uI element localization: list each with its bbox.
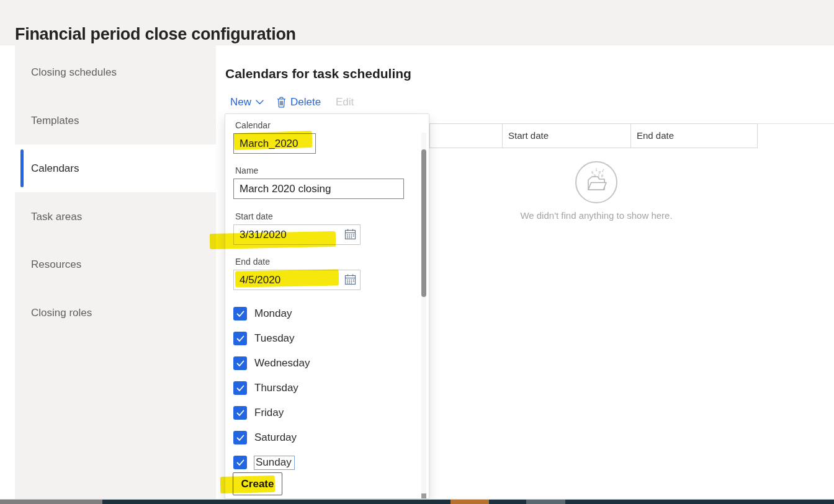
weekday-row-monday: Monday <box>233 301 292 326</box>
flyout-scrollbar-nub <box>421 493 426 498</box>
monday-label: Monday <box>254 307 292 320</box>
create-button[interactable]: Create <box>233 472 282 495</box>
sidebar-item-label: Task areas <box>31 211 82 223</box>
new-calendar-flyout: Calendar March_2020 Name March 2020 clos… <box>225 113 429 499</box>
sidebar-item-label: Closing roles <box>31 307 92 319</box>
end-date-value: 4/5/2020 <box>240 274 280 286</box>
weekday-row-wednesday: Wednesday <box>233 351 310 376</box>
weekday-row-thursday: Thursday <box>233 376 298 400</box>
grid-column-start-date[interactable]: Start date <box>502 124 630 148</box>
saturday-checkbox[interactable] <box>233 431 247 444</box>
thursday-checkbox[interactable] <box>233 381 247 395</box>
chevron-down-icon <box>256 100 264 105</box>
sunday-checkbox[interactable] <box>233 456 247 469</box>
sidebar-item-calendars[interactable]: Calendars <box>15 144 216 192</box>
sidebar-item-closing-schedules[interactable]: Closing schedules <box>15 48 216 96</box>
sidebar-item-label: Closing schedules <box>31 66 117 79</box>
taskbar-orange-segment <box>451 500 489 504</box>
section-title: Calendars for task scheduling <box>225 66 411 81</box>
tuesday-checkbox[interactable] <box>233 332 247 345</box>
sidebar-item-task-areas[interactable]: Task areas <box>15 193 216 241</box>
calendar-input[interactable]: March_2020 <box>233 133 316 154</box>
svg-text:1: 1 <box>598 174 600 178</box>
svg-text:1: 1 <box>595 167 598 172</box>
friday-checkbox[interactable] <box>233 406 247 420</box>
saturday-label: Saturday <box>254 431 297 444</box>
page-title: Financial period close configuration <box>15 25 296 44</box>
new-button-label: New <box>230 96 251 108</box>
selected-indicator <box>20 149 24 187</box>
edit-button-label: Edit <box>336 96 354 108</box>
sunday-label: Sunday <box>254 456 294 469</box>
sidebar-item-templates[interactable]: Templates <box>15 97 216 144</box>
calendar-picker-icon[interactable] <box>344 228 357 247</box>
wednesday-label: Wednesday <box>254 357 310 369</box>
monday-checkbox[interactable] <box>233 307 247 321</box>
grid-header-edge <box>758 123 834 124</box>
end-date-input[interactable]: 4/5/2020 <box>233 270 361 290</box>
calendar-picker-icon[interactable] <box>344 273 357 293</box>
grid-header: Start date End date <box>429 123 758 148</box>
sidebar-item-label: Templates <box>31 115 79 127</box>
empty-state-message: We didn't find anything to show here. <box>441 210 751 221</box>
flyout-scrollbar-thumb[interactable] <box>421 149 426 297</box>
delete-button[interactable]: Delete <box>277 96 321 108</box>
taskbar-sliver <box>0 500 834 504</box>
sidebar-item-label: Resources <box>31 259 81 271</box>
wednesday-checkbox[interactable] <box>233 356 247 370</box>
start-date-field-label: Start date <box>235 211 273 221</box>
friday-label: Friday <box>254 407 284 419</box>
sidebar-item-label: Calendars <box>31 162 79 175</box>
taskbar-gray-segment <box>526 500 565 504</box>
start-date-input[interactable]: 3/31/2020 <box>233 224 361 245</box>
calendar-field-label: Calendar <box>235 120 271 130</box>
start-date-value: 3/31/2020 <box>240 229 287 241</box>
weekday-row-saturday: Saturday <box>233 425 297 450</box>
sidebar: Closing schedules Templates Calendars Ta… <box>15 45 216 499</box>
weekday-row-friday: Friday <box>233 400 284 425</box>
end-date-field-label: End date <box>235 257 270 267</box>
grid-column-end-date[interactable]: End date <box>630 124 758 148</box>
edit-button[interactable]: Edit <box>336 96 354 108</box>
name-input[interactable]: March 2020 closing <box>233 179 404 199</box>
sidebar-item-closing-roles[interactable]: Closing roles <box>15 289 216 337</box>
screen: Financial period close configuration Clo… <box>0 0 834 504</box>
tuesday-label: Tuesday <box>254 332 295 345</box>
empty-folder-icon: 0 1 0 1 0 1 0 <box>575 161 618 206</box>
delete-button-label: Delete <box>290 96 321 108</box>
grid-column-hidden[interactable] <box>429 124 502 148</box>
new-button[interactable]: New <box>230 96 264 108</box>
name-field-label: Name <box>235 166 258 175</box>
weekday-row-tuesday: Tuesday <box>233 326 295 351</box>
sidebar-item-resources[interactable]: Resources <box>15 241 216 288</box>
thursday-label: Thursday <box>254 382 298 394</box>
trash-icon <box>277 97 286 108</box>
weekday-row-sunday: Sunday <box>233 450 294 475</box>
